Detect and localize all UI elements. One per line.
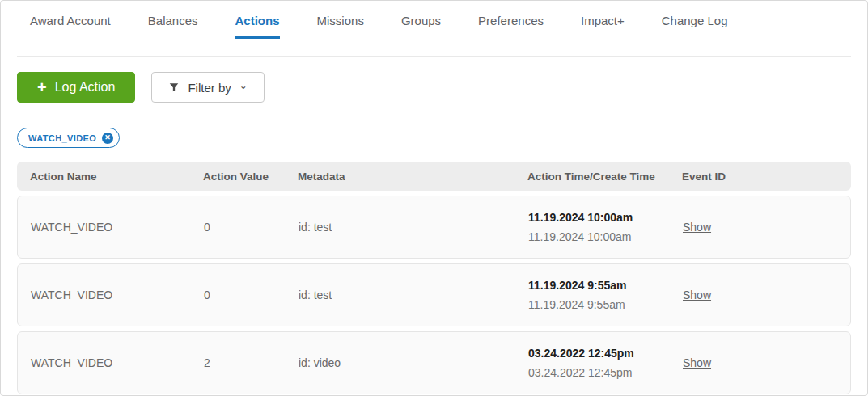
tab-change-log[interactable]: Change Log [662,13,728,39]
chip-close-icon[interactable]: ✕ [102,133,113,144]
table-header-row: Action Name Action Value Metadata Action… [17,162,851,191]
tab-preferences[interactable]: Preferences [478,13,544,39]
chevron-down-icon: ⌄ [239,80,248,91]
table-row: WATCH_VIDEO 2 id: video 03.24.2022 12:45… [17,331,851,394]
active-filters: WATCH_VIDEO ✕ [1,103,867,148]
filter-by-label: Filter by [188,81,231,95]
col-header-action-value: Action Value [203,171,298,183]
col-header-action-name: Action Name [30,171,203,183]
filter-chip-watch-video[interactable]: WATCH_VIDEO ✕ [17,128,120,148]
show-event-id-link[interactable]: Show [683,221,711,234]
tab-award-account[interactable]: Award Account [30,13,111,39]
action-time: 11.19.2024 9:55am [528,279,683,292]
actions-toolbar: + Log Action Filter by ⌄ [1,57,867,103]
tab-actions[interactable]: Actions [235,13,280,39]
tab-balances[interactable]: Balances [148,13,198,39]
show-event-id-link[interactable]: Show [683,289,711,301]
cell-action-time: 11.19.2024 10:00am 11.19.2024 10:00am [528,211,683,243]
create-time: 11.19.2024 10:00am [528,230,683,243]
log-action-label: Log Action [55,80,116,95]
plus-icon: + [37,79,47,95]
cell-action-value: 2 [204,356,299,369]
filter-chip-label: WATCH_VIDEO [28,133,96,143]
cell-action-time: 03.24.2022 12:45pm 03.24.2022 12:45pm [528,347,683,379]
tab-bar: Award Account Balances Actions Missions … [1,1,867,39]
tab-impact-plus[interactable]: Impact+ [581,13,625,39]
account-actions-panel: Award Account Balances Actions Missions … [0,0,868,396]
table-row: WATCH_VIDEO 0 id: test 11.19.2024 9:55am… [17,263,851,326]
cell-metadata: id: test [299,221,528,234]
col-header-action-time: Action Time/Create Time [527,171,682,183]
show-event-id-link[interactable]: Show [683,356,711,369]
actions-table: Action Name Action Value Metadata Action… [1,148,867,394]
col-header-metadata: Metadata [298,171,527,183]
cell-action-value: 0 [204,221,299,234]
log-action-button[interactable]: + Log Action [17,72,135,103]
filter-funnel-icon [168,82,180,93]
cell-metadata: id: video [299,356,528,369]
cell-action-value: 0 [204,289,299,301]
filter-by-button[interactable]: Filter by ⌄ [151,72,264,103]
action-time: 03.24.2022 12:45pm [528,347,683,360]
create-time: 11.19.2024 9:55am [528,298,683,311]
tab-groups[interactable]: Groups [401,13,441,39]
table-row: WATCH_VIDEO 0 id: test 11.19.2024 10:00a… [17,196,851,259]
create-time: 03.24.2022 12:45pm [528,366,683,379]
cell-metadata: id: test [299,289,528,301]
action-time: 11.19.2024 10:00am [528,211,683,224]
cell-action-name: WATCH_VIDEO [31,221,204,234]
cell-action-time: 11.19.2024 9:55am 11.19.2024 9:55am [528,279,683,311]
cell-action-name: WATCH_VIDEO [31,356,204,369]
cell-action-name: WATCH_VIDEO [31,289,204,301]
col-header-event-id: Event ID [682,171,843,183]
tab-missions[interactable]: Missions [317,13,364,39]
